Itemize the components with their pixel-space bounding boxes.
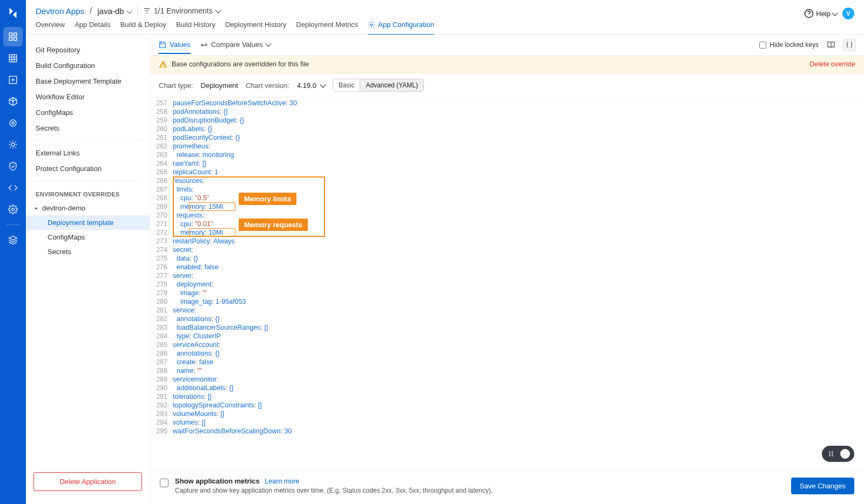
app-logo [3,3,23,23]
warning-text: Base configurations are overridden for t… [172,60,309,68]
sidebar-sub-secrets[interactable]: Secrets [26,244,150,259]
rail-cube-icon[interactable] [3,92,23,111]
rail-add-box-icon[interactable] [3,70,23,90]
svg-point-14 [829,453,831,454]
rail-code-icon[interactable] [3,178,23,197]
chevron-down-icon [321,81,325,90]
sidebar-item-protect[interactable]: Protect Configuration [26,161,150,176]
rail-apps-icon[interactable] [3,27,23,46]
rail-shield-icon[interactable] [3,156,23,176]
sidebar-sub-deployment-template[interactable]: Deployment template [26,215,150,230]
app-tabs: Overview App Details Build & Deploy Buil… [36,21,434,35]
svg-point-7 [12,122,15,125]
svg-point-13 [832,451,833,452]
sidebar-heading-env-overrides: ENVIRONMENT OVERRIDES [26,186,150,201]
chart-type-value: Deployment [201,81,238,90]
delete-override-link[interactable]: Delete override [809,60,855,68]
breadcrumb-app[interactable]: java-db [98,6,132,16]
warning-icon [159,60,167,69]
nav-rail [0,0,26,504]
sidebar-sub-configmaps[interactable]: ConfigMaps [26,230,150,244]
chevron-down-icon [33,206,39,211]
rail-gear-icon[interactable] [3,200,23,219]
svg-point-9 [12,208,15,211]
segment-advanced-yaml[interactable]: Advanced (YAML) [360,79,423,91]
view-mode-segment: Basic Advanced (YAML) [333,79,424,92]
sidebar-item-workflow[interactable]: Workflow Editor [26,89,150,105]
drag-handle-icon[interactable] [826,449,836,459]
svg-point-15 [832,453,833,454]
help-button[interactable]: Help [804,9,837,18]
gear-icon [368,21,375,29]
sidebar-item-external-links[interactable]: External Links [26,145,150,161]
breadcrumb-root[interactable]: Devtron Apps [36,6,84,16]
svg-point-12 [829,451,831,452]
book-icon[interactable] [825,39,837,51]
svg-rect-0 [9,33,12,36]
environment-selector[interactable]: 1/1 Environments [143,6,220,15]
chevron-down-icon [127,6,132,16]
filter-icon [143,7,151,15]
rail-grid-icon[interactable] [3,49,23,68]
sidebar-item-git-repo[interactable]: Git Repository [26,42,150,58]
braces-icon[interactable] [843,39,855,51]
svg-point-17 [832,455,833,456]
config-sidebar: Git Repository Build Configuration Base … [26,35,150,504]
user-avatar[interactable]: V [842,8,854,19]
show-metrics-checkbox[interactable] [160,479,168,487]
segment-basic[interactable]: Basic [333,79,360,91]
metrics-title: Show application metrics Learn more [175,477,492,485]
sidebar-item-secrets[interactable]: Secrets [26,120,150,136]
svg-point-6 [10,120,16,126]
delete-application-button[interactable]: Delete Application [33,472,142,491]
tab-overview[interactable]: Overview [36,21,65,35]
svg-point-10 [370,24,373,26]
svg-point-8 [11,143,15,146]
tab-build-deploy[interactable]: Build & Deploy [120,21,166,35]
svg-rect-2 [9,38,12,40]
metrics-description: Capture and show key application metrics… [175,487,492,494]
chevron-down-icon [833,10,837,18]
rail-sun-gear-icon[interactable] [3,135,23,154]
tab-build-history[interactable]: Build History [176,21,215,35]
svg-rect-4 [9,55,17,62]
chevron-down-icon [216,6,220,15]
values-icon [159,41,166,49]
breadcrumb: Devtron Apps / java-db 1/1 Environments [36,5,434,16]
compare-icon [200,41,208,49]
hide-locked-checkbox[interactable] [759,42,766,49]
rail-layers-icon[interactable] [3,230,23,250]
chevron-down-icon [266,40,271,49]
svg-point-16 [829,455,831,456]
tab-app-configuration[interactable]: App Configuration [368,21,434,35]
tab-app-details[interactable]: App Details [75,21,110,35]
yaml-editor[interactable]: 257pauseForSecondsBeforeSwitchActive: 30… [150,98,864,470]
chart-bar: Chart type: Deployment Chart version: 4.… [150,73,864,98]
svg-rect-1 [14,33,17,36]
braces-icon[interactable] [840,449,850,459]
sidebar-env-devtron-demo[interactable]: devtron-demo [26,201,150,215]
rail-separator [6,224,19,225]
sidebar-item-base-deploy[interactable]: Base Deployment Template [26,73,150,89]
help-icon [804,9,814,18]
tab-deployment-history[interactable]: Deployment History [225,21,286,35]
subtab-values[interactable]: Values [159,40,191,54]
editor-float-actions [822,446,854,462]
rail-target-icon[interactable] [3,113,23,133]
warning-bar: Base configurations are overridden for t… [150,56,864,73]
sidebar-item-configmaps[interactable]: ConfigMaps [26,105,150,120]
hide-locked-keys-toggle[interactable]: Hide locked keys [759,41,819,49]
sidebar-item-build-config[interactable]: Build Configuration [26,58,150,73]
callout-memory-limits: Memory limits [239,193,296,205]
learn-more-link[interactable]: Learn more [265,478,299,485]
chart-version-value[interactable]: 4.19.0 [297,81,325,90]
svg-rect-3 [14,38,17,40]
callout-memory-requests: Memory requests [239,219,308,231]
subtab-compare[interactable]: Compare Values [200,40,271,54]
tab-deployment-metrics[interactable]: Deployment Metrics [296,21,358,35]
save-changes-button[interactable]: Save Changes [791,478,854,494]
